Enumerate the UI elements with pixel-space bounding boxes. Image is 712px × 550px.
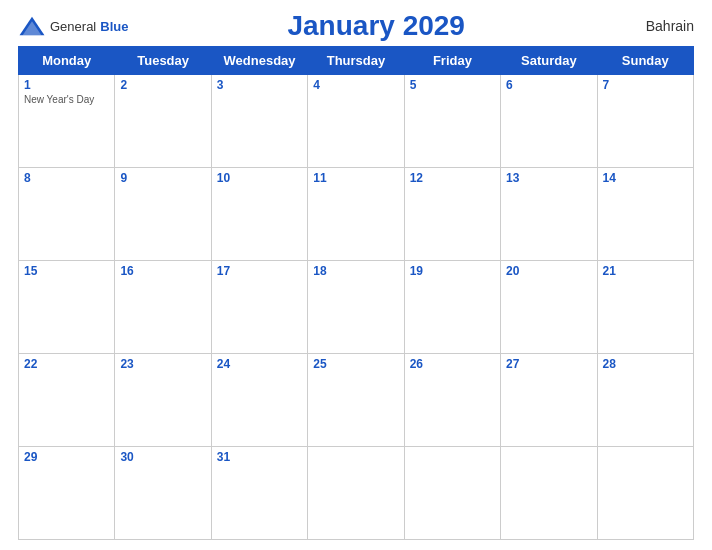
calendar-cell: 10	[211, 168, 307, 261]
calendar-cell: 16	[115, 261, 211, 354]
day-number: 4	[313, 78, 398, 92]
calendar-cell: 13	[501, 168, 597, 261]
day-number: 9	[120, 171, 205, 185]
calendar-cell: 6	[501, 75, 597, 168]
calendar-header-row: MondayTuesdayWednesdayThursdayFridaySatu…	[19, 47, 694, 75]
calendar: MondayTuesdayWednesdayThursdayFridaySatu…	[18, 46, 694, 540]
day-number: 1	[24, 78, 109, 92]
calendar-cell: 21	[597, 261, 693, 354]
logo: General Blue	[18, 15, 128, 37]
calendar-cell: 8	[19, 168, 115, 261]
day-number: 3	[217, 78, 302, 92]
day-number: 13	[506, 171, 591, 185]
day-number: 29	[24, 450, 109, 464]
logo-icon	[18, 15, 46, 37]
column-header-monday: Monday	[19, 47, 115, 75]
calendar-cell: 23	[115, 354, 211, 447]
day-number: 30	[120, 450, 205, 464]
logo-text-general: General	[50, 19, 96, 34]
week-row-5: 293031	[19, 447, 694, 540]
day-number: 12	[410, 171, 495, 185]
calendar-cell: 29	[19, 447, 115, 540]
calendar-cell: 18	[308, 261, 404, 354]
top-bar: General Blue January 2029 Bahrain	[18, 10, 694, 42]
calendar-cell: 30	[115, 447, 211, 540]
day-number: 22	[24, 357, 109, 371]
calendar-cell: 7	[597, 75, 693, 168]
calendar-cell: 19	[404, 261, 500, 354]
day-number: 26	[410, 357, 495, 371]
week-row-3: 15161718192021	[19, 261, 694, 354]
calendar-cell: 26	[404, 354, 500, 447]
calendar-cell: 3	[211, 75, 307, 168]
day-number: 28	[603, 357, 688, 371]
day-number: 19	[410, 264, 495, 278]
day-number: 18	[313, 264, 398, 278]
logo-text-blue: Blue	[100, 19, 128, 34]
day-number: 2	[120, 78, 205, 92]
column-header-thursday: Thursday	[308, 47, 404, 75]
day-number: 10	[217, 171, 302, 185]
calendar-cell: 14	[597, 168, 693, 261]
calendar-cell: 2	[115, 75, 211, 168]
day-number: 16	[120, 264, 205, 278]
day-number: 11	[313, 171, 398, 185]
column-header-sunday: Sunday	[597, 47, 693, 75]
day-number: 20	[506, 264, 591, 278]
week-row-1: 1New Year's Day234567	[19, 75, 694, 168]
week-row-2: 891011121314	[19, 168, 694, 261]
month-title: January 2029	[128, 10, 624, 42]
week-row-4: 22232425262728	[19, 354, 694, 447]
country-label: Bahrain	[624, 18, 694, 34]
day-number: 25	[313, 357, 398, 371]
calendar-cell: 12	[404, 168, 500, 261]
calendar-cell: 15	[19, 261, 115, 354]
calendar-cell	[404, 447, 500, 540]
column-header-tuesday: Tuesday	[115, 47, 211, 75]
day-number: 17	[217, 264, 302, 278]
day-number: 27	[506, 357, 591, 371]
calendar-cell: 17	[211, 261, 307, 354]
calendar-cell: 11	[308, 168, 404, 261]
column-header-wednesday: Wednesday	[211, 47, 307, 75]
day-number: 14	[603, 171, 688, 185]
day-number: 6	[506, 78, 591, 92]
calendar-cell: 28	[597, 354, 693, 447]
calendar-cell	[501, 447, 597, 540]
calendar-cell: 31	[211, 447, 307, 540]
calendar-cell: 27	[501, 354, 597, 447]
calendar-cell: 9	[115, 168, 211, 261]
calendar-cell: 24	[211, 354, 307, 447]
day-number: 31	[217, 450, 302, 464]
calendar-cell	[597, 447, 693, 540]
calendar-cell: 5	[404, 75, 500, 168]
calendar-cell: 1New Year's Day	[19, 75, 115, 168]
column-header-friday: Friday	[404, 47, 500, 75]
day-number: 5	[410, 78, 495, 92]
column-header-saturday: Saturday	[501, 47, 597, 75]
calendar-cell: 20	[501, 261, 597, 354]
calendar-cell: 25	[308, 354, 404, 447]
day-number: 23	[120, 357, 205, 371]
day-number: 15	[24, 264, 109, 278]
day-number: 21	[603, 264, 688, 278]
day-number: 24	[217, 357, 302, 371]
calendar-cell: 4	[308, 75, 404, 168]
day-number: 7	[603, 78, 688, 92]
holiday-label: New Year's Day	[24, 94, 109, 105]
calendar-cell	[308, 447, 404, 540]
calendar-cell: 22	[19, 354, 115, 447]
day-number: 8	[24, 171, 109, 185]
